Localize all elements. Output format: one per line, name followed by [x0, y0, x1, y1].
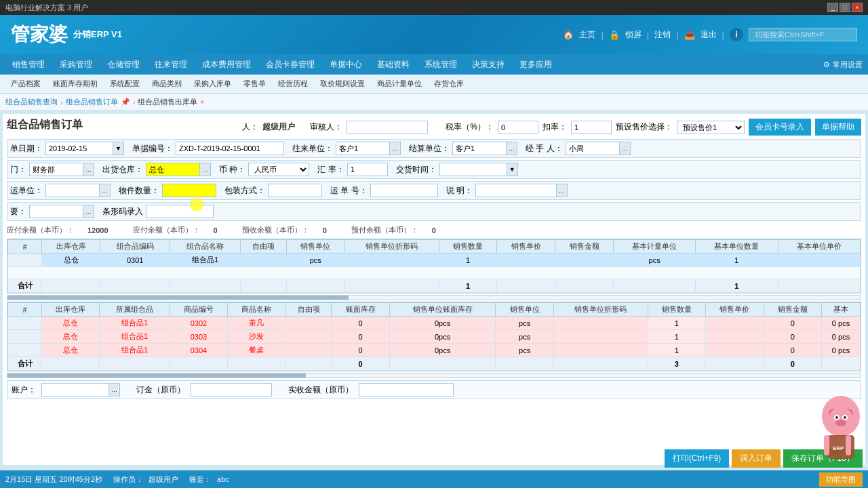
currency-select[interactable]: 人民币 [248, 163, 309, 176]
sub-nav-price-rules[interactable]: 取价规则设置 [315, 77, 370, 91]
top-form-row: 人： 超级用户 审核人： 税率（%）： 扣率： 预设售价选择： 预设售价1 会员… [242, 119, 861, 136]
import-btn[interactable]: 调入订单 [732, 449, 781, 468]
shipping-unit-btn[interactable]: … [100, 184, 111, 197]
sub-nav-retail[interactable]: 零售单 [238, 77, 271, 91]
total2-amount: 0 [764, 357, 821, 371]
sub-nav-history[interactable]: 经营历程 [273, 77, 313, 91]
nav-dealings[interactable]: 往来管理 [148, 56, 194, 73]
shipping-no-input[interactable] [370, 184, 438, 197]
home-button[interactable]: 主页 [579, 29, 595, 41]
logo-main: 管家婆 [11, 22, 68, 47]
warehouse-btn[interactable]: … [200, 163, 211, 176]
nav-document[interactable]: 单据中心 [323, 56, 369, 73]
nav-sales[interactable]: 销售管理 [5, 56, 52, 73]
status-operator: 超级用户 [149, 474, 178, 485]
window-controls[interactable]: _ □ × [827, 3, 863, 12]
note-input[interactable] [475, 184, 557, 197]
close-btn[interactable]: × [852, 3, 863, 12]
minimize-btn[interactable]: _ [827, 3, 838, 12]
note-btn[interactable]: … [557, 184, 568, 197]
preset-price-select[interactable]: 预设售价1 [677, 121, 745, 134]
preset-price-combo: 预设售价1 [677, 121, 745, 134]
sub-nav-purchase-in[interactable]: 采购入库单 [189, 77, 237, 91]
table2-row-2[interactable]: 总仓 组合品1 0303 沙发 0 0pcs pcs 1 0 0 pcs [8, 330, 861, 344]
title-text: 电脑行业解决方案 3 用户 [5, 3, 88, 13]
nav-purchase[interactable]: 采购管理 [53, 56, 99, 73]
required-input[interactable] [29, 205, 83, 218]
help-btn[interactable]: 单据帮助 [815, 119, 861, 136]
breadcrumb-close-btn[interactable]: × [200, 98, 204, 106]
nav-decision[interactable]: 决策支持 [465, 56, 511, 73]
func-search-input[interactable] [749, 28, 857, 41]
account-label: 账户： [12, 384, 36, 396]
breadcrumb-order[interactable]: 组合品销售订单 [66, 97, 118, 107]
settle-unit-input[interactable] [452, 142, 507, 155]
shipping-unit-input[interactable] [45, 184, 100, 197]
exchange-time-input[interactable] [439, 163, 507, 176]
lock-button[interactable]: 锁屏 [625, 29, 642, 41]
discount-input[interactable] [571, 121, 612, 134]
shipping-no-label: 运 单 号： [330, 185, 368, 197]
footer-form: 账户： … 订金（原币） 实收金额（原币） [7, 380, 861, 399]
actual-amount-input[interactable] [359, 383, 454, 396]
breadcrumb-query[interactable]: 组合品销售查询 [5, 97, 58, 107]
exchange-rate-input[interactable] [347, 163, 388, 176]
sub-nav-warehouse[interactable]: 存货仓库 [429, 77, 469, 91]
order-amount-input[interactable] [191, 383, 272, 396]
account-input[interactable] [41, 383, 109, 396]
status-bar: 2月15日 星期五 20时45分2秒 操作员： 超级用户 账套： abc 功能导… [0, 470, 868, 488]
exchange-time-btn[interactable]: ▼ [507, 163, 518, 176]
sub-nav-category[interactable]: 商品类别 [146, 77, 187, 91]
info-button[interactable]: i [730, 28, 743, 41]
handler-input[interactable] [566, 142, 620, 155]
sub-nav-account-init[interactable]: 账面库存期初 [47, 77, 103, 91]
settle-unit-btn[interactable]: … [507, 142, 517, 155]
to-unit-dropdown-btn[interactable]: … [390, 142, 401, 155]
table1-row-1[interactable]: 总仓 0301 组合品1 pcs 1 pcs 1 [8, 253, 861, 267]
tax-rate-input[interactable] [498, 121, 538, 134]
account-btn[interactable]: … [109, 383, 120, 396]
handler-btn[interactable]: … [620, 142, 631, 155]
to-unit-input[interactable] [336, 142, 390, 155]
table2-scrollbar[interactable] [7, 373, 861, 378]
table2-row-1[interactable]: 总仓 组合品1 0302 茶几 0 0pcs pcs 1 0 0 pcs [8, 317, 861, 330]
logout-button[interactable]: 注销 [654, 29, 671, 41]
date-input[interactable] [45, 142, 113, 155]
required-btn[interactable]: … [83, 205, 94, 218]
shipping-unit-combo: … [45, 184, 111, 197]
nav-warehouse[interactable]: 仓储管理 [100, 56, 146, 73]
dept-btn[interactable]: … [83, 163, 94, 176]
cell-base-qty: 1 [696, 253, 778, 267]
exit-button[interactable]: 退出 [701, 29, 717, 41]
nav-more[interactable]: 更多应用 [513, 56, 559, 73]
sub-nav-config[interactable]: 系统配置 [104, 77, 145, 91]
packing-input[interactable] [268, 184, 322, 197]
barcode-input[interactable] [146, 205, 214, 218]
member-card-btn[interactable]: 会员卡号录入 [749, 119, 811, 136]
dept-input[interactable] [29, 163, 83, 176]
nav-base[interactable]: 基础资料 [370, 56, 416, 73]
nav-cost[interactable]: 成本费用管理 [195, 56, 258, 73]
help-map-btn[interactable]: 功能导图 [819, 472, 863, 487]
nav-member[interactable]: 会员卡券管理 [259, 56, 321, 73]
date-dropdown-btn[interactable]: ▼ [113, 142, 124, 155]
th2-sales-unit: 销售单位 [496, 303, 553, 317]
th2-unit-stock: 销售单位账面库存 [389, 303, 495, 317]
parts-count-input[interactable] [162, 184, 216, 197]
maximize-btn[interactable]: □ [840, 3, 850, 12]
warehouse-input[interactable] [146, 163, 200, 176]
breadcrumb-pin-icon: 📌 [121, 98, 130, 106]
scroll-thumb [7, 296, 349, 300]
sub-nav-measure[interactable]: 商品计量单位 [372, 77, 427, 91]
sub-nav-product-file[interactable]: 产品档案 [5, 77, 46, 91]
table2-row-3[interactable]: 总仓 组合品1 0304 餐桌 0 0pcs pcs 1 0 0 pcs [8, 344, 861, 357]
table1-scrollbar[interactable] [7, 295, 861, 300]
status-operator-label: 操作员： [113, 474, 143, 485]
order-no-input[interactable] [176, 142, 284, 155]
settings-area[interactable]: ⚙ 常用设置 [823, 60, 863, 70]
th2-parent-combo: 所属组合品 [100, 303, 170, 317]
reviewer-input[interactable] [347, 121, 428, 134]
nav-system[interactable]: 系统管理 [418, 56, 464, 73]
settle-unit-combo: … [452, 142, 517, 155]
print-btn[interactable]: 打印(Ctrl+F9) [665, 449, 730, 468]
